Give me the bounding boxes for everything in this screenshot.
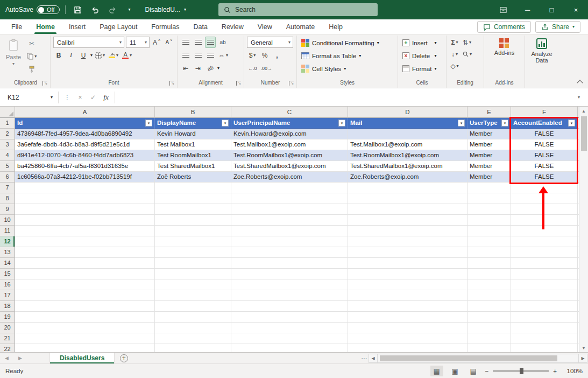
cell-A8[interactable]: [15, 193, 155, 204]
number-dialog-launcher[interactable]: ↘: [289, 81, 294, 86]
format-cells-button[interactable]: Format ▾: [401, 62, 438, 75]
cell-D13[interactable]: [348, 247, 467, 258]
close-button[interactable]: ×: [564, 0, 588, 19]
cell-B20[interactable]: [155, 323, 231, 333]
confirm-entry-button[interactable]: ✓: [87, 91, 100, 104]
row-header-11[interactable]: 11: [0, 226, 15, 236]
wrap-text-button[interactable]: ab: [217, 37, 228, 48]
row-header-20[interactable]: 20: [0, 323, 15, 333]
file-name-menu[interactable]: DisabledU... ▾: [145, 6, 186, 13]
fill-color-button[interactable]: ▾: [108, 50, 119, 61]
save-button[interactable]: [71, 2, 85, 17]
hscroll-left-button[interactable]: ◀: [369, 354, 378, 363]
cell-D7[interactable]: [348, 183, 467, 193]
filter-button-Mail[interactable]: ▾: [458, 120, 465, 127]
cell-F10[interactable]: [511, 215, 578, 226]
cell-C4[interactable]: Test.RoomMailbox1@exoip.com: [231, 150, 348, 161]
row-header-3[interactable]: 3: [0, 139, 15, 150]
collapse-ribbon-button[interactable]: [577, 79, 583, 85]
cell-A4[interactable]: d941e412-0070-4c6b-8460-f4dd7adb6823: [15, 150, 155, 161]
cell-E18[interactable]: [467, 301, 511, 312]
cell-A22[interactable]: [15, 344, 155, 352]
delete-cells-button[interactable]: × Delete ▾: [401, 50, 438, 62]
cell-C7[interactable]: [231, 183, 348, 193]
filter-button-UserType[interactable]: ▾: [501, 120, 508, 127]
cell-B3[interactable]: Test Mailbox1: [155, 139, 231, 150]
cell-D20[interactable]: [348, 323, 467, 333]
row-header-10[interactable]: 10: [0, 215, 15, 226]
row-header-13[interactable]: 13: [0, 247, 15, 258]
tab-help[interactable]: Help: [322, 19, 350, 34]
header-cell-UserType[interactable]: UserType▾: [467, 118, 511, 129]
cell-A12[interactable]: [15, 236, 155, 247]
cell-E3[interactable]: Member: [467, 139, 511, 150]
cell-F17[interactable]: [511, 290, 578, 301]
cell-E11[interactable]: [467, 226, 511, 236]
cell-C5[interactable]: Test.SharedMailbox1@exoip.com: [231, 161, 348, 172]
namebox-drag-handle[interactable]: ⋮: [61, 91, 74, 104]
row-header-16[interactable]: 16: [0, 279, 15, 290]
cell-D21[interactable]: [348, 333, 467, 344]
autosum-button[interactable]: Σ▾: [449, 37, 460, 48]
underline-button[interactable]: U: [78, 50, 89, 61]
cell-F2[interactable]: FALSE: [511, 129, 578, 139]
cell-A7[interactable]: [15, 183, 155, 193]
clipboard-dialog-launcher[interactable]: ↘: [42, 81, 47, 86]
font-dialog-launcher[interactable]: ↘: [169, 81, 174, 86]
cell-A15[interactable]: [15, 269, 155, 279]
hscroll-right-button[interactable]: ▶: [578, 354, 587, 363]
tab-review[interactable]: Review: [215, 19, 251, 34]
share-button[interactable]: Share ▾: [535, 21, 580, 33]
cell-E13[interactable]: [467, 247, 511, 258]
cell-D11[interactable]: [348, 226, 467, 236]
cell-D9[interactable]: [348, 204, 467, 215]
row-header-1[interactable]: 1: [0, 118, 15, 129]
cell-F3[interactable]: FALSE: [511, 139, 578, 150]
cell-E20[interactable]: [467, 323, 511, 333]
cell-A18[interactable]: [15, 301, 155, 312]
increase-indent-button[interactable]: ⇥: [193, 62, 203, 74]
cell-A14[interactable]: [15, 258, 155, 269]
cell-C19[interactable]: [231, 312, 348, 323]
cell-B5[interactable]: Test SharedMailbox1: [155, 161, 231, 172]
decrease-font-size-button[interactable]: A˅: [164, 37, 174, 48]
cell-C6[interactable]: Zoe.Roberts@exoip.com: [231, 172, 348, 183]
cell-F15[interactable]: [511, 269, 578, 279]
borders-button[interactable]: ▾: [94, 50, 106, 61]
cell-C15[interactable]: [231, 269, 348, 279]
conditional-formatting-button[interactable]: Conditional Formatting ▾: [300, 37, 381, 49]
cell-D10[interactable]: [348, 215, 467, 226]
row-header-8[interactable]: 8: [0, 193, 15, 204]
name-box[interactable]: K12 ▾: [4, 91, 56, 104]
cell-D18[interactable]: [348, 301, 467, 312]
cell-E14[interactable]: [467, 258, 511, 269]
cell-B18[interactable]: [155, 301, 231, 312]
cell-D3[interactable]: Test.Mailbox1@exoip.com: [348, 139, 467, 150]
sheet-nav-right-button[interactable]: ▶: [13, 353, 27, 363]
cell-D2[interactable]: [348, 129, 467, 139]
cell-E12[interactable]: [467, 236, 511, 247]
horizontal-scrollbar[interactable]: [378, 354, 578, 363]
new-sheet-button[interactable]: +: [115, 353, 133, 363]
cell-B22[interactable]: [155, 344, 231, 352]
cell-F18[interactable]: [511, 301, 578, 312]
column-header-D[interactable]: D: [348, 107, 467, 118]
alignment-dialog-launcher[interactable]: ↘: [236, 81, 241, 86]
cell-A20[interactable]: [15, 323, 155, 333]
cell-F21[interactable]: [511, 333, 578, 344]
row-header-19[interactable]: 19: [0, 312, 15, 323]
cell-A2[interactable]: 4736948f-7fed-4957-9dea-4d0ba6890492: [15, 129, 155, 139]
cell-E4[interactable]: Member: [467, 150, 511, 161]
customize-quick-access-button[interactable]: ▾: [123, 2, 137, 17]
cell-B14[interactable]: [155, 258, 231, 269]
filter-button-DisplayName[interactable]: ▾: [222, 120, 229, 127]
comments-button[interactable]: Comments: [477, 21, 531, 33]
cell-E6[interactable]: Member: [467, 172, 511, 183]
cell-F20[interactable]: [511, 323, 578, 333]
header-cell-UserPrincipalName[interactable]: UserPrincipalName▾: [231, 118, 348, 129]
row-header-4[interactable]: 4: [0, 150, 15, 161]
tab-file[interactable]: File: [4, 19, 29, 34]
redo-button[interactable]: [105, 2, 119, 17]
find-select-button[interactable]: ▾: [462, 48, 473, 60]
page-break-view-button[interactable]: ▤: [467, 366, 480, 376]
